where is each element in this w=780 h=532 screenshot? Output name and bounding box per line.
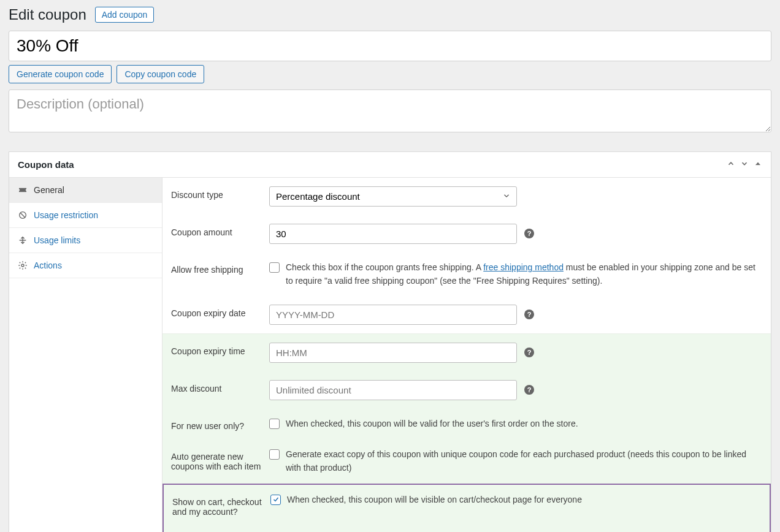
tab-label: General <box>34 185 64 195</box>
show-on-cart-text: When checked, this coupon will be visibl… <box>287 493 582 507</box>
free-shipping-text: Check this box if the coupon grants free… <box>286 261 762 287</box>
label-expiry-date: Coupon expiry date <box>171 305 263 318</box>
svg-point-1 <box>21 264 24 267</box>
label-free-shipping: Allow free shipping <box>171 261 263 275</box>
tab-usage-limits[interactable]: Usage limits <box>9 228 162 253</box>
label-auto-generate: Auto generate new coupons with each item <box>171 448 263 471</box>
label-show-on-cart: Show on cart, checkout and my account? <box>172 493 264 517</box>
ban-icon <box>18 210 28 220</box>
label-max-discount: Max discount <box>171 380 263 393</box>
max-discount-input[interactable] <box>269 380 517 400</box>
tab-content-general: Discount type Coupon amount ? Allow free… <box>162 178 771 532</box>
coupon-data-panel: Coupon data General Usage restriction Us… <box>9 151 771 532</box>
help-icon[interactable]: ? <box>524 348 534 357</box>
auto-generate-checkbox[interactable] <box>269 449 280 460</box>
copy-code-button[interactable]: Copy coupon code <box>117 65 204 83</box>
ticket-icon <box>18 185 28 195</box>
tab-actions[interactable]: Actions <box>9 253 162 278</box>
coupon-title-input[interactable] <box>9 31 771 61</box>
label-new-user: For new user only? <box>171 417 263 431</box>
page-title: Edit coupon <box>9 6 86 23</box>
collapse-up-icon[interactable] <box>727 159 735 170</box>
toggle-triangle-icon[interactable] <box>754 159 762 170</box>
generate-code-button[interactable]: Generate coupon code <box>9 65 112 83</box>
auto-generate-text: Generate exact copy of this coupon with … <box>286 448 762 474</box>
coupon-amount-input[interactable] <box>269 224 517 244</box>
new-user-text: When checked, this coupon will be valid … <box>286 417 578 431</box>
expiry-date-input[interactable] <box>269 305 517 325</box>
expiry-time-input[interactable] <box>269 343 517 363</box>
new-user-checkbox[interactable] <box>269 419 280 429</box>
description-textarea[interactable] <box>9 89 771 132</box>
tab-label: Usage restriction <box>34 210 98 220</box>
label-coupon-amount: Coupon amount <box>171 224 263 237</box>
tab-label: Usage limits <box>34 235 80 245</box>
tab-usage-restriction[interactable]: Usage restriction <box>9 203 162 228</box>
help-icon[interactable]: ? <box>524 310 534 319</box>
add-coupon-button[interactable]: Add coupon <box>95 7 155 23</box>
label-expiry-time: Coupon expiry time <box>171 343 263 356</box>
tab-general[interactable]: General <box>9 178 162 203</box>
move-icon <box>18 235 28 245</box>
tab-label: Actions <box>34 260 62 270</box>
side-tabs: General Usage restriction Usage limits A… <box>9 178 162 532</box>
help-icon[interactable]: ? <box>524 229 534 238</box>
panel-title: Coupon data <box>18 159 74 170</box>
collapse-down-icon[interactable] <box>740 159 749 170</box>
free-shipping-link[interactable]: free shipping method <box>483 262 564 272</box>
label-discount-type: Discount type <box>171 186 263 200</box>
show-on-cart-checkbox[interactable] <box>270 495 281 505</box>
free-shipping-checkbox[interactable] <box>269 262 280 273</box>
help-icon[interactable]: ? <box>524 385 534 395</box>
gear-icon <box>18 260 28 270</box>
discount-type-select[interactable] <box>269 186 517 207</box>
